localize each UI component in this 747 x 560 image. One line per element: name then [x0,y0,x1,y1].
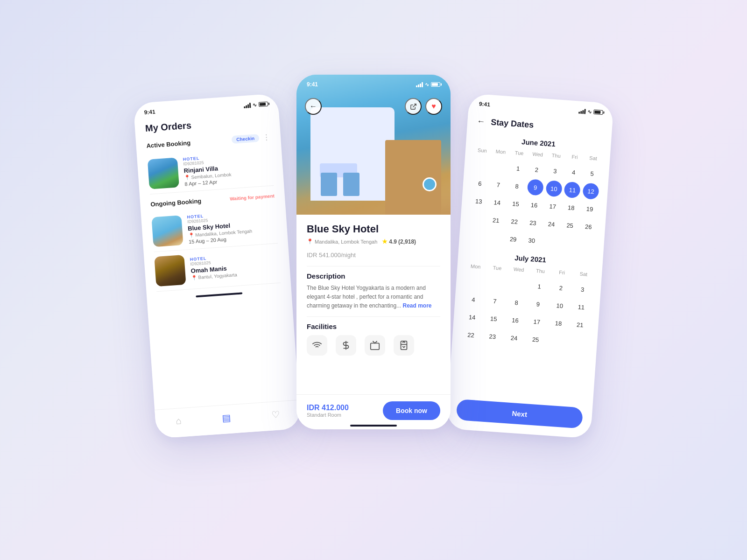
facilities-title: Facilities [307,322,440,330]
nav-orders[interactable]: ▤ [221,412,231,423]
cal-day-jul-8[interactable]: 8 [508,294,525,311]
cal-day-jun-30[interactable]: 30 [523,232,540,249]
wifi-icon-center: ∿ [425,82,429,88]
cal-day-jun-15[interactable]: 15 [507,195,524,212]
svg-rect-2 [401,341,407,349]
cal-day-jul-9[interactable]: 9 [529,295,546,312]
favorite-button[interactable]: ♥ [425,98,442,115]
cal-day-jun-17[interactable]: 17 [544,198,561,215]
jul-day-header-fri: Fri [551,267,573,280]
cal-day-jun-16[interactable]: 16 [526,196,543,213]
book-now-button[interactable]: Book now [383,401,440,420]
cal-day-jun-8[interactable]: 8 [508,177,525,194]
checkin-badge: Checkin [232,134,260,144]
cal-day-jul-22[interactable]: 22 [462,326,479,343]
heart-icon: ♡ [271,408,280,420]
ongoing-booking-section: Ongoing Booking Waiting for payment HOTE… [140,192,291,293]
calendar-back-arrow[interactable]: ← [477,116,486,126]
phone-my-orders: 9:41 ∿ My Orders Active Booking Checkin … [133,93,301,439]
location-pin-icon-2: 📍 [188,232,194,238]
july-days-grid: 1 2 3 4 7 8 9 10 11 14 15 16 17 18 21 22… [459,272,594,352]
cal-day-jun-9[interactable]: 9 [527,179,544,196]
nav-home[interactable]: ⌂ [176,415,182,427]
cal-day-jun-26[interactable]: 26 [580,218,597,235]
phone-hotel-detail: 9:41 ∿ ← ♥ [296,75,451,429]
cal-day-jun-19[interactable]: 19 [581,200,598,217]
cal-day-jul-7[interactable]: 7 [486,293,503,309]
cal-day-jun-3[interactable]: 3 [547,162,564,179]
read-more-link[interactable]: Read more [402,302,431,309]
active-booking-label: Active Booking [146,139,190,149]
jul-day-header-tue: Tue [486,263,508,275]
status-time-right: 9:41 [479,101,490,108]
cal-day-jun-2[interactable]: 2 [528,161,545,178]
facility-elevator [394,335,414,356]
bluesky-hotel-img [151,215,183,247]
cal-day-jun-14[interactable]: 14 [489,194,506,211]
cal-day-jun-11[interactable]: 11 [564,182,581,198]
cal-day-jun-1[interactable]: 1 [510,160,527,177]
cal-day-jul-23[interactable]: 23 [484,328,501,345]
rinjani-villa-info: HOTEL ID9281025 Rinjani Villa 📍 Sembalun… [183,151,274,187]
cal-day-jun-12[interactable]: 12 [582,183,599,200]
scroll-indicator-center [350,425,397,427]
cal-day-jun-7[interactable]: 7 [490,176,507,193]
more-options-icon[interactable]: ⋮ [262,133,270,142]
star-icon: ★ [382,238,388,245]
cal-day-jun-18[interactable]: 18 [563,199,579,216]
status-time-left: 9:41 [144,108,155,116]
bottom-price: IDR 412.000 [307,404,349,412]
hotel-detail-content: Blue Sky Hotel 📍 Mandalika, Lombok Tenga… [296,215,451,393]
facility-restaurant [336,335,356,356]
cal-day-jul-15[interactable]: 15 [485,310,502,327]
divider-2 [307,316,440,317]
cal-day-empty-4 [468,228,485,245]
facility-tv [365,335,385,356]
cal-day-jul-1[interactable]: 1 [531,278,548,294]
wifi-facility-icon [307,335,327,356]
cal-day-jun-6[interactable]: 6 [472,175,488,192]
cal-day-jun-5[interactable]: 5 [584,165,600,182]
cal-day-jun-24[interactable]: 24 [543,216,560,232]
cal-day-jun-23[interactable]: 23 [524,214,541,231]
battery-icon-center [431,82,440,87]
cal-day-jun-10[interactable]: 10 [545,180,562,197]
cal-day-jul-11[interactable]: 11 [573,299,590,315]
active-booking-card[interactable]: HOTEL ID9281025 Rinjani Villa 📍 Sembalun… [147,146,274,194]
day-header-sun: Sun [472,145,492,158]
day-header-sat: Sat [584,153,603,166]
cal-day-jul-24[interactable]: 24 [506,329,522,346]
cal-day-jul-25[interactable]: 25 [527,331,544,348]
cal-day-jul-21[interactable]: 21 [571,316,588,333]
next-button[interactable]: Next [456,399,583,429]
ongoing-card-omah[interactable]: HOTEL ID9281025 Omah Manis 📍 Bantul, Yog… [154,244,281,292]
cal-day-jun-29[interactable]: 29 [505,231,521,247]
cal-day-jun-21[interactable]: 21 [487,212,504,229]
home-icon: ⌂ [176,415,182,427]
cal-day-empty-8 [579,236,596,252]
bottom-room: Standart Room [307,412,349,418]
cal-day-jul-17[interactable]: 17 [529,313,545,330]
cal-day-jul-3[interactable]: 3 [574,281,591,298]
cal-day-jun-4[interactable]: 4 [565,164,582,181]
nav-wishlist[interactable]: ♡ [271,408,280,420]
cal-day-jul-10[interactable]: 10 [551,297,568,314]
hotel-price: IDR 541.000/night [307,250,440,259]
cal-day-jun-13[interactable]: 13 [470,193,487,210]
cal-day-jul-4[interactable]: 4 [465,291,482,308]
cal-day-empty-2 [491,159,508,175]
cal-day-empty-7 [560,235,577,252]
share-button[interactable] [405,98,422,115]
cal-day-jun-22[interactable]: 22 [506,213,523,230]
cal-day-jul-18[interactable]: 18 [550,315,567,331]
facilities-grid [307,335,440,356]
battery-icon-right [593,110,603,115]
bluesky-hotel-info: HOTEL ID9281025 Blue Sky Hotel 📍 Mandali… [187,209,277,245]
location-pin-icon: 📍 [184,175,190,181]
waiting-badge: Waiting for payment [230,193,275,202]
cal-day-jul-2[interactable]: 2 [552,280,569,296]
back-button[interactable]: ← [305,98,322,115]
cal-day-jun-25[interactable]: 25 [562,217,578,234]
cal-day-jul-14[interactable]: 14 [464,308,480,325]
cal-day-jul-16[interactable]: 16 [507,312,523,329]
